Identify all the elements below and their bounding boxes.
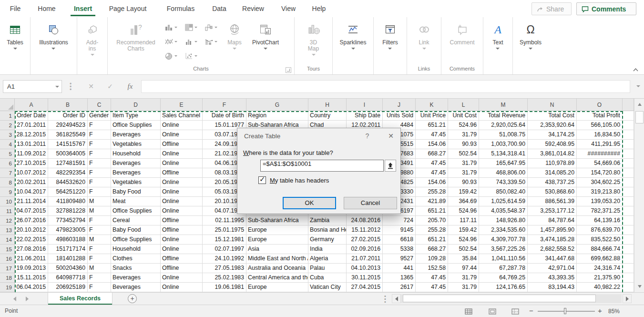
cell-partial[interactable] (623, 245, 634, 254)
scatter-chart-button[interactable] (181, 49, 201, 63)
sheet-tab-sales-records[interactable]: Sales Records (48, 293, 112, 305)
cell-L9[interactable]: 159.42 (448, 187, 479, 197)
cell-G13[interactable]: Europe (246, 225, 308, 235)
scroll-up-button[interactable] (635, 99, 644, 110)
cell-A7[interactable]: 10.07.2012 (15, 168, 48, 178)
cell-A2[interactable]: 27.01.2011 (15, 121, 48, 130)
page-break-preview-button[interactable] (510, 307, 521, 316)
cell-G16[interactable]: Middle East and North Africa (246, 254, 308, 264)
row-header-6[interactable]: 6 (0, 159, 15, 168)
cell-L15[interactable]: 502.54 (448, 245, 479, 254)
cell-N17[interactable]: 42,971.04 (528, 264, 577, 273)
row-header-16[interactable]: 16 (0, 254, 15, 264)
cell-B9[interactable]: 564251220 (48, 187, 88, 197)
previous-sheet-button[interactable] (13, 297, 16, 301)
table-range-input[interactable]: =$A$1:$O$10001 (260, 160, 384, 172)
link-button[interactable]: Link (415, 19, 434, 50)
cell-M16[interactable]: 1,041,110.56 (479, 254, 528, 264)
cell-D9[interactable]: Baby Food (111, 187, 161, 197)
cell-N15[interactable]: 2,682,558.52 (528, 245, 577, 254)
cell-J1[interactable]: Units Sold (383, 111, 416, 121)
cell-A5[interactable]: 11.09.2012 (15, 149, 48, 159)
cell-L4[interactable]: 90.93 (448, 140, 479, 149)
text-button[interactable]: A Text (490, 19, 506, 50)
horizontal-scrollbar[interactable] (401, 294, 622, 303)
cell-C10[interactable]: M (88, 197, 111, 206)
cell-F14[interactable]: 15.12.1981 (203, 235, 246, 245)
cell-O14[interactable]: 835,522.50 (577, 235, 623, 245)
column-header-O[interactable]: O (577, 99, 623, 111)
cell-F16[interactable]: 24.10.1992 (203, 254, 246, 264)
cell-A15[interactable]: 27.08.2016 (15, 245, 48, 254)
cell-D18[interactable]: Beverages (111, 273, 161, 283)
cell-B1[interactable]: Order ID (48, 111, 88, 121)
vertical-scroll-thumb[interactable] (635, 111, 644, 123)
cell-H18[interactable]: Cuba (308, 273, 347, 283)
cell-B6[interactable]: 127481591 (48, 159, 88, 168)
cell-E17[interactable]: Offline (161, 264, 203, 273)
cell-M1[interactable]: Total Revenue (479, 111, 528, 121)
cell-H15[interactable]: India (308, 245, 347, 254)
cell-N18[interactable]: 43,393.35 (528, 273, 577, 283)
formula-input[interactable] (141, 80, 630, 93)
cell-K12[interactable]: 205.70 (416, 216, 448, 225)
cell-partial[interactable] (623, 140, 634, 149)
cell-I13[interactable]: 15.11.2012 (347, 225, 383, 235)
cell-A13[interactable]: 20.10.2012 (15, 225, 48, 235)
cell-E8[interactable]: Online (161, 178, 203, 187)
cell-C12[interactable]: F (88, 216, 111, 225)
cell-L7[interactable]: 31.79 (448, 168, 479, 178)
cell-D10[interactable]: Meat (111, 197, 161, 206)
cell-A3[interactable]: 28.12.2015 (15, 130, 48, 140)
cell-L10[interactable]: 364.69 (448, 197, 479, 206)
cell-C11[interactable]: M (88, 206, 111, 216)
column-chart-button[interactable] (161, 20, 181, 34)
cell-L16[interactable]: 35.84 (448, 254, 479, 264)
cell-A18[interactable]: 15.11.2015 (15, 273, 48, 283)
select-all-button[interactable] (0, 99, 15, 111)
cell-J16[interactable]: 9527 (383, 254, 416, 264)
column-header-H[interactable]: H (308, 99, 347, 111)
dialog-help-icon[interactable]: ? (365, 132, 369, 140)
cell-L3[interactable]: 31.79 (448, 130, 479, 140)
column-header-C[interactable]: C (88, 99, 111, 111)
cell-B10[interactable]: 411809480 (48, 197, 88, 206)
cell-D1[interactable]: Item Type (111, 111, 161, 121)
cell-O7[interactable]: 154,720.80 (577, 168, 623, 178)
cell-J18[interactable]: 1365 (383, 273, 416, 283)
cell-F13[interactable]: 25.01.1975 (203, 225, 246, 235)
cell-O18[interactable]: 21,375.90 (577, 273, 623, 283)
cell-A4[interactable]: 13.01.2011 (15, 140, 48, 149)
cell-I16[interactable]: 21.07.2011 (347, 254, 383, 264)
cell-K2[interactable]: 651.21 (416, 121, 448, 130)
cell-K18[interactable]: 47.45 (416, 273, 448, 283)
tab-review[interactable]: Review (238, 0, 268, 17)
cell-K3[interactable]: 47.45 (416, 130, 448, 140)
cell-partial[interactable] (623, 264, 634, 273)
maps-button[interactable]: Maps (221, 19, 248, 50)
cell-G19[interactable]: Europe (246, 283, 308, 292)
cell-D5[interactable]: Household (111, 149, 161, 159)
column-header-G[interactable]: G (246, 99, 308, 111)
cell-M9[interactable]: 850,082.40 (479, 187, 528, 197)
cell-G15[interactable]: Asia (246, 245, 308, 254)
row-header-9[interactable]: 9 (0, 187, 15, 197)
cell-partial[interactable] (623, 159, 634, 168)
zoom-in-button[interactable]: + (598, 307, 602, 315)
cell-F15[interactable]: 02.07.1997 (203, 245, 246, 254)
cell-E14[interactable]: Online (161, 235, 203, 245)
row-header-11[interactable]: 11 (0, 206, 15, 216)
cell-D15[interactable]: Household (111, 245, 161, 254)
cell-N6[interactable]: 110,978.89 (528, 159, 577, 168)
cell-G12[interactable]: Sub-Saharan Africa (246, 216, 308, 225)
cell-H1[interactable]: Country (308, 111, 347, 121)
cell-O5[interactable]: ########## (577, 149, 623, 159)
column-header-F[interactable]: F (203, 99, 246, 111)
scroll-left-button[interactable] (392, 294, 401, 303)
cell-D19[interactable]: Beverages (111, 283, 161, 292)
illustrations-button[interactable]: Illustrations (36, 19, 71, 50)
name-box[interactable]: A1 (3, 80, 62, 93)
expand-formula-bar-icon[interactable] (636, 85, 640, 87)
cell-M17[interactable]: 67,287.78 (479, 264, 528, 273)
vertical-scrollbar[interactable] (634, 99, 644, 292)
